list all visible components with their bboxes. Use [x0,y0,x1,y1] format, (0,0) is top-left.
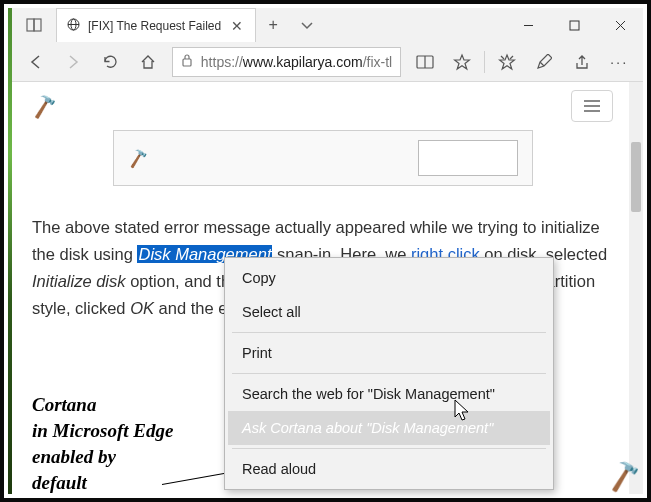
img-right-box [418,140,518,176]
annotation-text: Cortana in Microsoft Edge enabled by def… [32,392,173,494]
address-bar: https://www.kapilarya.com/fix-tl ··· [12,42,643,82]
url-text: https://www.kapilarya.com/fix-tl [201,54,392,70]
watermark-icon: 🔨 [607,458,644,494]
tab-preview-button[interactable] [290,8,324,42]
ctx-read-aloud[interactable]: Read aloud [228,452,550,486]
ctx-separator [232,373,546,374]
article-image: 🔨 [113,130,533,186]
tab-favicon [67,18,80,34]
set-aside-tabs[interactable] [12,8,56,42]
lock-icon [181,53,193,70]
maximize-button[interactable] [551,8,597,42]
ctx-separator [232,332,546,333]
minimize-button[interactable] [505,8,551,42]
favorite-button[interactable] [445,44,480,80]
settings-button[interactable]: ··· [601,44,636,80]
ctx-print[interactable]: Print [228,336,550,370]
svg-line-12 [501,56,504,59]
new-tab-button[interactable]: + [256,8,290,42]
svg-rect-9 [183,59,191,66]
browser-tab[interactable]: [FIX] The Request Failed ✕ [56,8,256,42]
home-button[interactable] [130,44,165,80]
divider [484,51,485,73]
svg-line-13 [510,56,513,59]
reading-view-button[interactable] [407,44,442,80]
svg-rect-0 [27,19,34,31]
refresh-button[interactable] [93,44,128,80]
ctx-search-web[interactable]: Search the web for "Disk Management" [228,377,550,411]
ctx-select-all[interactable]: Select all [228,295,550,329]
svg-rect-1 [34,19,41,31]
site-logo[interactable]: 🔨 [30,92,59,120]
hub-button[interactable] [489,44,524,80]
url-input[interactable]: https://www.kapilarya.com/fix-tl [172,47,401,77]
tab-title: [FIX] The Request Failed [88,19,221,33]
svg-rect-6 [570,21,579,30]
site-header: 🔨 [32,82,613,130]
forward-button[interactable] [55,44,90,80]
notes-button[interactable] [527,44,562,80]
share-button[interactable] [564,44,599,80]
hamburger-button[interactable] [571,90,613,122]
titlebar: [FIX] The Request Failed ✕ + [12,8,643,42]
ctx-copy[interactable]: Copy [228,261,550,295]
tab-close-icon[interactable]: ✕ [229,18,245,34]
close-window-button[interactable] [597,8,643,42]
context-menu: Copy Select all Print Search the web for… [224,257,554,490]
back-button[interactable] [18,44,53,80]
ctx-separator [232,448,546,449]
ctx-ask-cortana[interactable]: Ask Cortana about "Disk Management" [228,411,550,445]
img-corner-icon: 🔨 [126,147,149,169]
